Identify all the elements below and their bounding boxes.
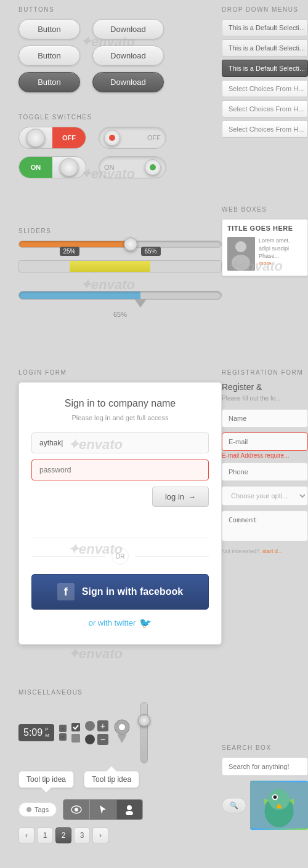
dropdown-item-1[interactable]: This is a Default Selecti... ▼ bbox=[222, 19, 308, 36]
svg-point-1 bbox=[235, 241, 246, 252]
svg-point-14 bbox=[274, 795, 277, 799]
slider-range-fill bbox=[70, 261, 150, 272]
reg-select[interactable]: Choose your opti... bbox=[222, 486, 308, 506]
sliders-section: SLIDERS 25% 65% 65% bbox=[18, 228, 222, 318]
reg-bottom-plain: Not interested?, bbox=[222, 548, 262, 554]
button-row-3: Button Download bbox=[18, 72, 222, 92]
toggle-radio-on[interactable]: ON bbox=[99, 156, 166, 178]
button-3-left[interactable]: Button bbox=[18, 72, 80, 92]
vertical-slider[interactable] bbox=[140, 702, 148, 763]
checkbox-item-2[interactable] bbox=[71, 734, 80, 743]
reg-email-error: E-mail Address require... bbox=[222, 452, 308, 459]
web-box-text-area: Lorem amet, adipi suscipi Phase... more bbox=[259, 237, 302, 271]
page-next[interactable]: › bbox=[92, 827, 108, 843]
stepper-plus[interactable]: + bbox=[97, 720, 108, 731]
button-3-right[interactable]: Download bbox=[92, 72, 164, 92]
button-1-left[interactable]: Button bbox=[18, 19, 80, 39]
dropdown-text-1: This is a Default Selecti... bbox=[229, 24, 305, 31]
or-text: OR bbox=[116, 553, 125, 560]
password-input[interactable] bbox=[31, 460, 209, 480]
time-ampm: P M bbox=[45, 727, 49, 738]
toggle-flat-on[interactable]: ON bbox=[18, 156, 86, 178]
toggle-row-2: ON ON bbox=[18, 156, 222, 178]
icon-tab-eye[interactable] bbox=[63, 800, 90, 819]
reg-name-input[interactable] bbox=[222, 409, 308, 428]
time-arrow-down[interactable]: ▼ bbox=[59, 733, 67, 741]
login-button[interactable]: log in → bbox=[152, 487, 209, 507]
toggle-radio-off[interactable]: OFF bbox=[99, 127, 166, 149]
pagination: ‹ 1 2 3 › bbox=[18, 827, 108, 843]
page-3[interactable]: 3 bbox=[74, 827, 90, 843]
login-subtitle: Please log in and get full access bbox=[31, 414, 209, 421]
time-widget: 5:09 P M bbox=[18, 724, 54, 741]
slider-range-start-label: 25% bbox=[59, 247, 79, 256]
web-box-more-link[interactable]: more bbox=[259, 260, 302, 266]
button-1-right[interactable]: Download bbox=[92, 19, 164, 39]
facebook-signin-button[interactable]: f Sign in with facebook bbox=[31, 574, 209, 610]
button-2-right[interactable]: Download bbox=[92, 46, 164, 66]
time-arrow-up[interactable]: ▲ bbox=[59, 725, 67, 732]
icon-tab-person[interactable] bbox=[116, 800, 142, 819]
reg-subtitle: Please fill out the fo... bbox=[222, 395, 308, 402]
button-2-left[interactable]: Button bbox=[18, 46, 80, 66]
slider-range-track[interactable] bbox=[18, 260, 222, 273]
search-btn-row: 🔍 bbox=[222, 781, 308, 830]
misc-section: MISCELLANEOUS 5:09 P M ▲ ▼ bbox=[18, 689, 222, 851]
username-input[interactable] bbox=[31, 432, 209, 453]
stepper-minus[interactable]: − bbox=[97, 734, 108, 745]
twitter-link[interactable]: or with twitter 🐦 bbox=[31, 617, 209, 629]
checkbox-checked[interactable] bbox=[71, 723, 80, 731]
slider-blue-thumb[interactable] bbox=[134, 299, 147, 308]
slider-orange-thumb[interactable] bbox=[124, 237, 137, 251]
dropdown-item-4[interactable]: Select Choices From H... ▼ bbox=[222, 80, 308, 97]
time-m: M bbox=[45, 733, 49, 739]
toggle-off-label: OFF bbox=[52, 127, 86, 148]
search-button[interactable]: 🔍 bbox=[222, 798, 246, 813]
bird-image bbox=[250, 781, 308, 830]
or-circle: OR bbox=[111, 547, 129, 565]
reg-comment-input[interactable] bbox=[222, 511, 308, 541]
login-arrow-icon: → bbox=[188, 492, 196, 501]
dot-circle-1[interactable] bbox=[85, 721, 95, 731]
reg-email-input[interactable] bbox=[222, 432, 308, 451]
tooltip-2: Tool tip idea bbox=[84, 771, 139, 788]
registration-section: REGISTRATION FORM Register & Please fill… bbox=[222, 369, 308, 554]
dropdown-text-6: Select Choices From H... bbox=[229, 125, 304, 133]
checkbox-item-1[interactable] bbox=[71, 723, 80, 731]
toggle-flat-off[interactable]: OFF bbox=[18, 127, 86, 149]
reg-phone-input[interactable] bbox=[222, 463, 308, 481]
misc-tooltip-row: Tool tip idea Tool tip idea bbox=[18, 771, 222, 788]
checkbox-unchecked[interactable] bbox=[71, 734, 80, 743]
dropdown-item-2[interactable]: This is a Default Selecti... ▼ bbox=[222, 39, 308, 57]
dot-circle-2[interactable] bbox=[85, 735, 95, 744]
dropdown-item-5[interactable]: Select Choices From H... ▼ bbox=[222, 100, 308, 117]
slider-range-end-label: 65% bbox=[140, 247, 160, 256]
dropdown-text-5: Select Choices From H... bbox=[229, 105, 304, 113]
time-p: P bbox=[45, 727, 49, 733]
search-input[interactable] bbox=[222, 757, 308, 776]
facebook-icon: f bbox=[57, 583, 75, 600]
page-prev[interactable]: ‹ bbox=[18, 827, 34, 843]
slider-blue-track[interactable] bbox=[18, 291, 222, 300]
search-section: SEARCH BOX 🔍 bbox=[222, 744, 308, 830]
slider-orange-track[interactable] bbox=[18, 241, 222, 248]
icon-tab-cursor[interactable] bbox=[90, 800, 116, 819]
reg-start-link[interactable]: start d... bbox=[262, 548, 283, 554]
svg-point-8 bbox=[127, 805, 132, 810]
toggle-radio-knob-off bbox=[104, 130, 120, 146]
web-box-content: Lorem amet, adipi suscipi Phase... more bbox=[227, 237, 302, 271]
toggle-knob-1 bbox=[26, 129, 45, 147]
vertical-slider-thumb[interactable] bbox=[138, 714, 150, 727]
radio-dot-red bbox=[109, 135, 115, 141]
webboxes-section: WEB BOXES TITLE GOES HERE Lorem amet, ad… bbox=[222, 206, 308, 276]
dropdown-text-3: This is a Default Selecti... bbox=[229, 65, 305, 72]
web-box-body: Lorem amet, adipi suscipi Phase... bbox=[259, 237, 302, 260]
icon-tabs-group bbox=[63, 799, 143, 820]
page-2-active[interactable]: 2 bbox=[55, 827, 71, 843]
tags-button[interactable]: Tags bbox=[18, 802, 57, 817]
toggle-row-1: OFF OFF bbox=[18, 127, 222, 149]
buttons-label: BUTTONS bbox=[18, 6, 222, 13]
dropdown-item-3-active[interactable]: This is a Default Selecti... ▼ bbox=[222, 60, 308, 77]
page-1[interactable]: 1 bbox=[37, 827, 53, 843]
dropdown-item-6[interactable]: Select Choices From H... ▼ bbox=[222, 121, 308, 138]
